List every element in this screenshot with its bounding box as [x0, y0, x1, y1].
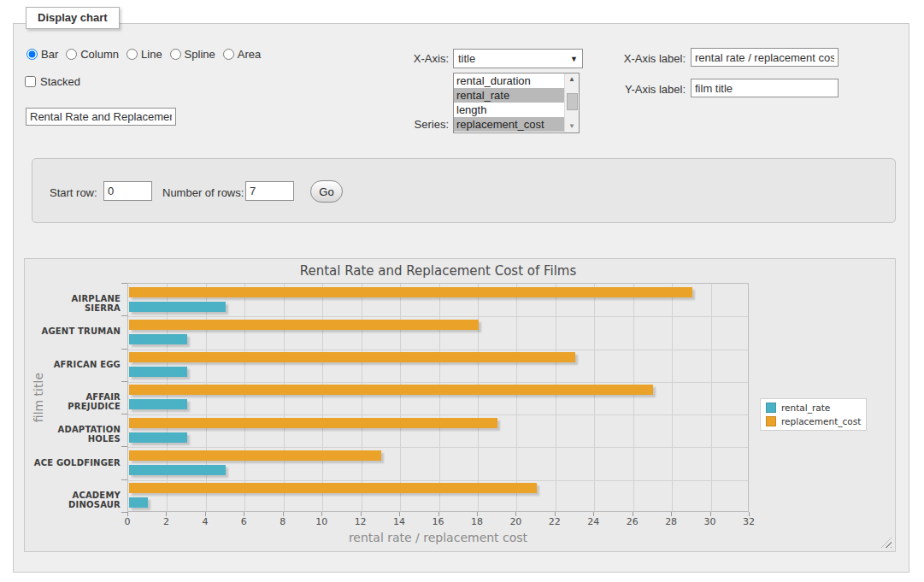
- radio-area-input[interactable]: [223, 49, 234, 60]
- gridline-vertical: [206, 284, 207, 511]
- y-axis-label-label: Y-Axis label:: [612, 83, 686, 96]
- x-tick-label: 0: [110, 516, 144, 527]
- scroll-up-icon[interactable]: ▲: [568, 73, 575, 85]
- gridline-vertical: [284, 284, 285, 511]
- radio-line-input[interactable]: [127, 49, 138, 60]
- gridline-vertical: [516, 284, 517, 511]
- legend-swatch-rental-rate: [766, 403, 776, 413]
- bar-replacement_cost: [129, 450, 381, 461]
- bar-rental_rate: [129, 367, 187, 377]
- series-option-length[interactable]: length: [454, 103, 564, 117]
- y-axis-tick: [121, 315, 127, 316]
- gridline-horizontal: [128, 316, 748, 317]
- stacked-label: Stacked: [40, 75, 80, 88]
- number-of-rows-label: Number of rows:: [162, 186, 244, 199]
- gridline-vertical: [594, 284, 595, 511]
- bar-rental_rate: [129, 399, 187, 409]
- x-axis-select[interactable]: title ▼: [453, 49, 583, 68]
- y-axis-tick: [121, 446, 127, 447]
- x-axis-title: rental rate / replacement cost: [127, 531, 749, 544]
- x-tick-label: 30: [693, 516, 727, 527]
- row-controls-panel: Start row: Number of rows: Go: [32, 158, 896, 223]
- gridline-vertical: [556, 284, 556, 511]
- x-axis-label-input[interactable]: [691, 48, 839, 67]
- x-tick-label: 6: [227, 516, 261, 527]
- x-tick-label: 2: [149, 516, 183, 527]
- bar-replacement_cost: [129, 418, 497, 428]
- chart-title-input[interactable]: [26, 108, 176, 126]
- gridline-vertical: [672, 284, 673, 511]
- bar-replacement_cost: [129, 352, 575, 362]
- app-window: Display chart Bar Column Line Spline Are…: [0, 0, 924, 582]
- number-of-rows-input[interactable]: [245, 181, 294, 201]
- y-axis-tick: [121, 479, 127, 480]
- gridline-vertical: [439, 284, 440, 511]
- bar-replacement_cost: [129, 385, 653, 395]
- chart-type-radio-group: Bar Column Line Spline Area: [26, 48, 268, 61]
- gridline-horizontal: [128, 414, 748, 415]
- legend-label-rental-rate: rental_rate: [781, 403, 830, 413]
- series-option-rental-rate[interactable]: rental_rate: [454, 88, 564, 103]
- gridline-vertical: [322, 284, 323, 511]
- radio-spline-input[interactable]: [170, 49, 181, 60]
- series-listbox[interactable]: rental_duration rental_rate length repla…: [453, 73, 580, 133]
- radio-area[interactable]: Area: [223, 48, 261, 61]
- radio-column-input[interactable]: [66, 49, 77, 60]
- go-button[interactable]: Go: [310, 180, 343, 203]
- chevron-down-icon: ▼: [570, 55, 578, 63]
- start-row-input[interactable]: [103, 181, 152, 201]
- y-tick-label: AFRICAN EGG: [33, 360, 121, 369]
- y-axis-tick: [121, 283, 127, 284]
- scroll-down-icon[interactable]: ▼: [568, 121, 575, 132]
- x-axis-selected-value: title: [458, 52, 570, 65]
- radio-line[interactable]: Line: [127, 48, 162, 61]
- stacked-checkbox-row[interactable]: Stacked: [25, 75, 80, 88]
- y-axis-label-input[interactable]: [691, 79, 839, 97]
- gridline-vertical: [478, 284, 479, 511]
- x-tick-label: 22: [538, 516, 572, 527]
- radio-column[interactable]: Column: [66, 48, 119, 61]
- x-tick-label: 16: [421, 516, 456, 527]
- y-axis-tick: [121, 349, 127, 350]
- gridline-horizontal: [128, 350, 748, 350]
- bar-replacement_cost: [129, 320, 479, 330]
- x-tick-label: 12: [344, 516, 378, 527]
- radio-spline[interactable]: Spline: [170, 48, 215, 61]
- x-tick-label: 18: [460, 516, 494, 527]
- x-tick-label: 14: [382, 516, 416, 527]
- chart-panel: Rental Rate and Replacement Cost of Film…: [24, 258, 896, 552]
- series-option-replacement-cost[interactable]: replacement_cost: [454, 117, 564, 132]
- series-option-rental-duration[interactable]: rental_duration: [454, 73, 564, 88]
- radio-column-label: Column: [80, 48, 119, 61]
- legend-item-replacement-cost: replacement_cost: [766, 416, 861, 426]
- x-tick-label: 20: [498, 516, 533, 527]
- radio-bar[interactable]: Bar: [26, 48, 58, 61]
- plot-area: [127, 283, 749, 512]
- y-axis-tick: [121, 381, 127, 382]
- gridline-horizontal: [128, 447, 748, 448]
- gridline-horizontal: [128, 480, 748, 481]
- scrollbar-thumb[interactable]: [567, 93, 578, 110]
- bar-rental_rate: [129, 334, 187, 344]
- fieldset-legend: Display chart: [26, 7, 120, 29]
- radio-area-label: Area: [238, 48, 261, 61]
- x-tick-label: 32: [732, 516, 766, 527]
- stacked-checkbox[interactable]: [25, 76, 36, 87]
- radio-bar-input[interactable]: [26, 49, 38, 60]
- x-tick-label: 8: [266, 516, 300, 527]
- bar-rental_rate: [129, 432, 187, 443]
- radio-bar-label: Bar: [41, 48, 58, 61]
- y-axis-tick: [121, 414, 127, 414]
- x-tick-label: 24: [576, 516, 610, 527]
- series-list-label: Series:: [376, 118, 449, 131]
- chart-resize-handle[interactable]: [881, 538, 892, 548]
- x-tick-label: 26: [615, 516, 650, 527]
- listbox-scrollbar[interactable]: ▲ ▼: [564, 73, 579, 132]
- gridline-vertical: [244, 284, 245, 511]
- legend-swatch-replacement-cost: [766, 416, 776, 426]
- y-tick-label: AGENT TRUMAN: [33, 326, 121, 336]
- gridline-vertical: [400, 284, 401, 511]
- gridline-vertical: [362, 284, 362, 511]
- legend-label-replacement-cost: replacement_cost: [781, 416, 861, 426]
- legend-item-rental-rate: rental_rate: [766, 403, 861, 413]
